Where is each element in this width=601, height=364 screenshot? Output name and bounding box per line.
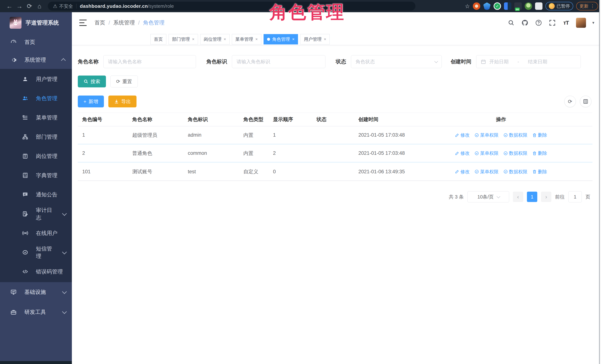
scrollbar[interactable]	[599, 0, 601, 364]
app-title: 芋道管理系统	[26, 19, 59, 27]
data-permission-link[interactable]: 数据权限	[503, 132, 528, 138]
chevron-down-icon	[62, 250, 67, 254]
tab-roles[interactable]: 角色管理×	[264, 34, 298, 44]
plus-icon: +	[83, 99, 86, 104]
github-icon[interactable]	[521, 19, 529, 27]
badge-icon	[22, 153, 29, 159]
sidebar-item-label: 研发工具	[24, 308, 54, 316]
column-settings-button[interactable]	[580, 96, 591, 107]
goto-page-input[interactable]	[568, 191, 582, 202]
avatar[interactable]	[576, 18, 586, 28]
user-icon	[22, 76, 29, 82]
extension-icon-1[interactable]	[473, 2, 480, 10]
add-button[interactable]: + 新增	[78, 96, 104, 107]
sidebar-item-roles[interactable]: 角色管理	[0, 89, 72, 108]
sidebar-item-dict[interactable]: 字典管理	[0, 166, 72, 185]
sidebar-item-error-codes[interactable]: 错误码管理	[0, 262, 72, 281]
extension-icon-6[interactable]	[525, 2, 532, 10]
kebab-menu-icon[interactable]: ⋮	[590, 3, 595, 9]
delete-link[interactable]: 删除	[532, 150, 547, 156]
close-icon[interactable]: ×	[292, 37, 295, 42]
hamburger-icon[interactable]	[79, 20, 87, 26]
tab-menus[interactable]: 菜单管理×	[232, 34, 261, 44]
edit-link[interactable]: 修改	[455, 132, 470, 138]
sidebar-item-label: 通知公告	[36, 191, 66, 198]
fullscreen-icon[interactable]	[549, 19, 556, 27]
close-icon[interactable]: ×	[255, 37, 258, 42]
page-size-select[interactable]: 10条/页	[468, 191, 509, 202]
sidebar-item-home[interactable]: 首页	[0, 33, 72, 51]
close-icon[interactable]: ×	[224, 37, 226, 42]
role-icon	[22, 95, 29, 102]
roles-table: 角色编号 角色名称 角色标识 角色类型 显示顺序 状态 创建时间 操作 1 超级…	[78, 113, 592, 181]
sidebar-item-notice[interactable]: 通知公告	[0, 185, 72, 204]
sidebar-logo-row[interactable]: 芋道管理系统	[0, 12, 72, 33]
close-icon[interactable]: ×	[192, 37, 194, 42]
search-icon[interactable]	[508, 19, 515, 27]
export-button[interactable]: 导出	[108, 96, 137, 107]
sidebar-item-online-users[interactable]: 在线用户	[0, 224, 72, 243]
extension-icon-3[interactable]: ✓	[494, 2, 501, 10]
sidebar-item-dev-tools[interactable]: 研发工具	[0, 302, 72, 322]
sidebar-bottom-strip	[0, 361, 72, 364]
address-bar[interactable]: ⚠ 不安全 dashboard.yudao.iocoder.cn /system…	[48, 2, 415, 10]
delete-link[interactable]: 删除	[532, 132, 547, 138]
sidebar-item-sms[interactable]: 短信管理	[0, 243, 72, 262]
help-icon[interactable]	[535, 19, 542, 27]
extension-icon-7[interactable]	[535, 2, 542, 10]
date-start-placeholder: 开始日期	[489, 59, 509, 65]
delete-link[interactable]: 删除	[532, 169, 547, 175]
tab-departments[interactable]: 部门管理×	[169, 34, 198, 44]
security-label: 不安全	[59, 3, 73, 9]
data-permission-link[interactable]: 数据权限	[503, 169, 528, 175]
close-icon[interactable]: ×	[324, 37, 326, 42]
rabbit-logo	[10, 17, 21, 29]
browser-home-icon[interactable]: ⌂	[34, 3, 44, 10]
reset-button[interactable]: ⟳ 重置	[110, 76, 138, 87]
tab-home[interactable]: 首页	[150, 34, 166, 44]
sidebar-item-label: 部门管理	[36, 133, 66, 141]
prev-page-button[interactable]: ‹	[513, 192, 523, 202]
goto-label: 前往	[555, 194, 565, 200]
sidebar-item-departments[interactable]: 部门管理	[0, 127, 72, 147]
edit-link[interactable]: 修改	[455, 150, 470, 156]
refresh-table-button[interactable]: ⟳	[564, 96, 576, 107]
menu-permission-link[interactable]: 菜单权限	[474, 150, 499, 156]
extension-icon-2[interactable]	[483, 2, 491, 10]
sidebar-item-label: 角色管理	[36, 95, 66, 102]
status-select[interactable]: 角色状态	[351, 55, 442, 68]
profile-paused-badge[interactable]: 已暂停	[545, 2, 573, 10]
sidebar-item-infrastructure[interactable]: 基础设施	[0, 282, 72, 302]
font-size-icon[interactable]: тT	[562, 19, 570, 27]
date-range-picker[interactable]: 开始日期 - 结束日期	[476, 55, 581, 68]
tab-posts[interactable]: 岗位管理×	[200, 34, 230, 44]
extension-icon-4[interactable]	[504, 2, 511, 10]
menu-permission-link[interactable]: 菜单权限	[474, 132, 499, 138]
extension-icon-5[interactable]: on	[514, 2, 522, 10]
role-key-input[interactable]	[237, 59, 321, 65]
sidebar-item-label: 岗位管理	[36, 153, 66, 160]
bookmark-star-icon[interactable]: ☆	[465, 3, 470, 10]
next-page-button[interactable]: ›	[541, 192, 551, 202]
search-button[interactable]: 搜索	[78, 76, 106, 87]
update-button[interactable]: 更新 ⋮	[576, 2, 598, 10]
download-icon	[114, 99, 119, 104]
sidebar-item-posts[interactable]: 岗位管理	[0, 147, 72, 166]
browser-reload-icon[interactable]: ⟳	[24, 2, 34, 10]
edit-link[interactable]: 修改	[455, 169, 470, 175]
tab-users[interactable]: 用户管理×	[300, 34, 330, 44]
browser-back-icon[interactable]: ←	[4, 3, 14, 10]
sidebar-item-audit-log[interactable]: 审计日志	[0, 204, 72, 224]
role-name-input[interactable]	[108, 59, 191, 65]
browser-forward-icon[interactable]: →	[14, 3, 24, 10]
sidebar-item-menus[interactable]: 菜单管理	[0, 108, 72, 127]
sidebar-item-label: 系统管理	[24, 56, 54, 64]
breadcrumb-home[interactable]: 首页	[94, 19, 105, 27]
page-1-button[interactable]: 1	[527, 192, 537, 202]
breadcrumb-system[interactable]: 系统管理	[113, 19, 135, 27]
data-permission-link[interactable]: 数据权限	[503, 150, 528, 156]
caret-down-icon[interactable]: ▾	[592, 20, 594, 25]
sidebar-item-users[interactable]: 用户管理	[0, 70, 72, 89]
sidebar-item-system[interactable]: 系统管理	[0, 51, 72, 69]
menu-permission-link[interactable]: 菜单权限	[474, 169, 499, 175]
